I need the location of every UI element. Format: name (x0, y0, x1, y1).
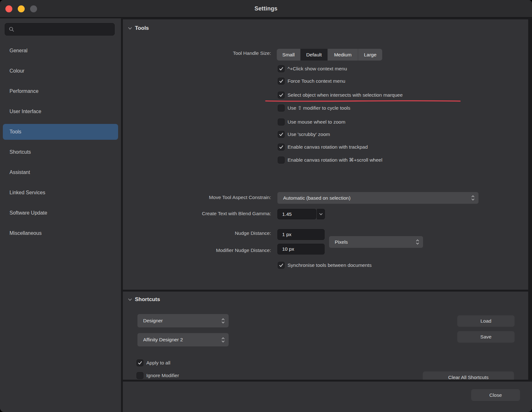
segment-medium[interactable]: Medium (328, 49, 358, 61)
move-tool-aspect-label: Move Tool Aspect Constrain: (123, 195, 271, 200)
shortcuts-panel: Shortcuts Designer Affinity Designer 2 L… (123, 292, 528, 380)
tools-section-header[interactable]: Tools (128, 25, 149, 31)
sidebar-item-performance[interactable]: Performance (3, 83, 118, 99)
checkbox-label: Enable canvas rotation with trackpad (288, 144, 368, 150)
tools-panel: Tools Tool Handle Size: Small Default Me… (123, 19, 528, 290)
sidebar-item-tools[interactable]: Tools (3, 124, 118, 140)
stepper-chevrons-icon (416, 239, 419, 245)
checkbox-row-scrubby-zoom[interactable]: Use 'scrubby' zoom (278, 131, 330, 138)
save-button[interactable]: Save (457, 331, 515, 343)
checkbox-label: Use ⇧ modifier to cycle tools (288, 105, 350, 111)
checkbox-row-select-object-marquee[interactable]: Select object when intersects with selec… (278, 92, 403, 99)
stepper-chevrons-icon (221, 337, 225, 343)
disclosure-chevron-icon (128, 27, 132, 30)
load-button[interactable]: Load (457, 315, 515, 327)
sidebar-item-assistant[interactable]: Assistant (3, 164, 118, 180)
nudge-distance-label: Nudge Distance: (123, 230, 271, 236)
nudge-distance-input[interactable] (277, 229, 325, 240)
move-tool-aspect-dropdown[interactable]: Automatic (based on selection) (277, 192, 478, 204)
title-bar: Settings (0, 0, 532, 18)
modifier-nudge-input[interactable] (277, 244, 325, 254)
checkbox[interactable] (136, 359, 143, 366)
dropdown-value: Affinity Designer 2 (143, 337, 221, 343)
checkbox-label: Enable canvas rotation with ⌘+scroll whe… (288, 157, 382, 163)
checkbox-row-rotation-scroll-wheel[interactable]: Enable canvas rotation with ⌘+scroll whe… (278, 157, 382, 164)
clear-all-shortcuts-button[interactable]: Clear All Shortcuts (423, 371, 514, 380)
tool-handle-size-segmented-control: Small Default Medium Large (277, 49, 382, 61)
checkbox[interactable] (278, 131, 285, 138)
checkbox-label: Synchronise tools between documents (288, 262, 371, 268)
checkbox-row-sync-tools[interactable]: Synchronise tools between documents (278, 262, 371, 269)
dropdown-value: Pixels (335, 239, 416, 245)
segment-default[interactable]: Default (301, 49, 328, 61)
nudge-units-dropdown[interactable]: Pixels (329, 236, 423, 248)
dropdown-value: Designer (143, 318, 221, 324)
search-icon (9, 27, 14, 32)
footer-bar: Close (123, 382, 532, 412)
checkbox-label: Select object when intersects with selec… (288, 92, 403, 98)
shortcuts-section-header[interactable]: Shortcuts (128, 296, 160, 303)
checkbox-label: Use 'scrubby' zoom (288, 132, 330, 137)
sidebar-item-linked-services[interactable]: Linked Services (3, 185, 118, 201)
segment-large[interactable]: Large (358, 49, 382, 61)
sidebar-item-colour[interactable]: Colour (3, 63, 118, 79)
checkbox-row-apply-to-all[interactable]: Apply to all (136, 359, 170, 366)
checkbox-label: ^+Click show context menu (288, 66, 347, 72)
shortcut-app-dropdown[interactable]: Affinity Designer 2 (137, 333, 229, 346)
tool-handle-size-label: Tool Handle Size: (123, 50, 271, 56)
shortcuts-section-title: Shortcuts (135, 296, 160, 303)
checkbox[interactable] (278, 119, 285, 126)
sidebar-item-general[interactable]: General (3, 43, 118, 59)
stepper-chevrons-icon (221, 318, 225, 324)
checkbox[interactable] (278, 92, 285, 99)
sidebar-item-shortcuts[interactable]: Shortcuts (3, 144, 118, 160)
blend-gamma-label: Create Text with Blend Gamma: (123, 211, 271, 216)
checkbox-row-context-menu[interactable]: ^+Click show context menu (278, 65, 347, 72)
checkbox[interactable] (278, 105, 285, 112)
checkbox-label: Apply to all (146, 360, 170, 366)
disclosure-chevron-icon (128, 298, 132, 301)
checkbox-row-force-touch[interactable]: Force Touch context menu (278, 78, 345, 85)
stepper-chevrons-icon (471, 195, 475, 201)
checkbox-row-ignore-modifier[interactable]: Ignore Modifier (136, 372, 179, 379)
checkbox-label: Ignore Modifier (146, 373, 179, 378)
checkbox[interactable] (278, 157, 285, 164)
close-button[interactable]: Close (471, 389, 520, 401)
sidebar: General Colour Performance User Interfac… (0, 18, 121, 412)
modifier-nudge-label: Modifier Nudge Distance: (123, 248, 271, 253)
checkbox-label: Force Touch context menu (288, 78, 345, 84)
selection-marquee-underline (265, 100, 461, 103)
sidebar-item-miscellaneous[interactable]: Miscellaneous (3, 225, 118, 241)
sidebar-item-user-interface[interactable]: User Interface (3, 104, 118, 119)
search-input[interactable] (5, 23, 115, 35)
blend-gamma-input[interactable] (277, 209, 316, 219)
dropdown-value: Automatic (based on selection) (283, 195, 471, 201)
checkbox-row-mouse-wheel-zoom[interactable]: Use mouse wheel to zoom (278, 119, 345, 126)
checkbox[interactable] (278, 262, 285, 269)
checkbox-label: Use mouse wheel to zoom (288, 119, 345, 125)
blend-gamma-dropdown-button[interactable] (317, 209, 325, 219)
window-title: Settings (0, 0, 532, 18)
checkbox[interactable] (278, 78, 285, 85)
sidebar-item-software-update[interactable]: Software Update (3, 205, 118, 221)
segment-small[interactable]: Small (277, 49, 301, 61)
shortcut-preset-dropdown[interactable]: Designer (137, 314, 229, 327)
checkbox-row-rotation-trackpad[interactable]: Enable canvas rotation with trackpad (278, 144, 368, 151)
checkbox[interactable] (278, 144, 285, 151)
checkbox-row-shift-cycle-tools[interactable]: Use ⇧ modifier to cycle tools (278, 105, 350, 112)
tools-section-title: Tools (135, 25, 149, 31)
checkbox[interactable] (278, 65, 285, 72)
settings-window: Settings General Colour Performance User… (0, 0, 532, 412)
checkbox[interactable] (136, 372, 143, 379)
